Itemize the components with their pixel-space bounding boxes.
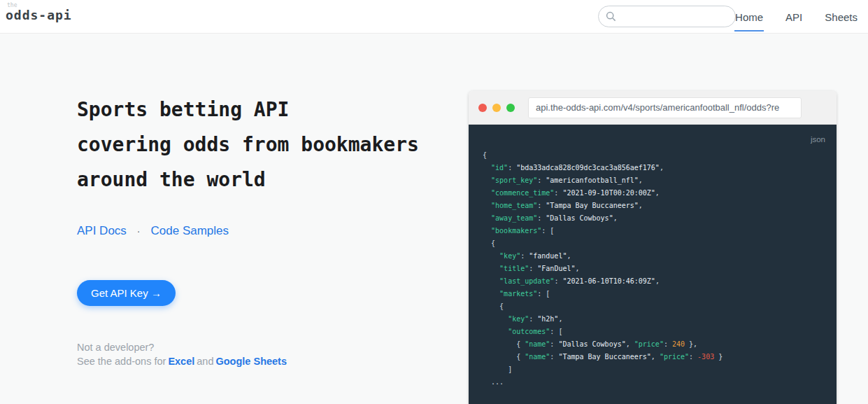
code-line: "key": "h2h",	[483, 313, 825, 326]
code-line: "id": "bda33adca828c09dc3cac3a856aef176"…	[483, 162, 825, 174]
minimize-window-icon	[492, 104, 501, 112]
top-navbar: the odds-api Home API Sheets	[0, 0, 868, 34]
api-url-text: api.the-odds-api.com/v4/sports/americanf…	[536, 102, 779, 113]
code-line: "bookmakers": [	[483, 225, 825, 237]
code-preview-window: api.the-odds-api.com/v4/sports/americanf…	[469, 91, 837, 404]
excel-link[interactable]: Excel	[168, 356, 194, 367]
logo-text: odds-api	[6, 8, 72, 22]
code-line: {	[483, 149, 825, 162]
code-line: "sport_key": "americanfootball_nfl",	[483, 174, 825, 187]
window-controls	[478, 104, 515, 112]
code-line: {	[483, 237, 825, 250]
main-nav: Home API Sheets	[734, 0, 858, 34]
nav-link-api[interactable]: API	[785, 2, 803, 32]
page-title-line-2: covering odds from bookmakers	[77, 127, 419, 162]
not-developer-line: Not a developer?	[77, 341, 289, 355]
link-separator: ·	[137, 225, 141, 237]
get-api-key-button[interactable]: Get API Key →	[77, 280, 176, 306]
addons-prefix: See the add-ons for	[77, 356, 166, 367]
url-bar: api.the-odds-api.com/v4/sports/americanf…	[528, 97, 802, 118]
nav-link-home[interactable]: Home	[734, 2, 764, 32]
code-line: "last_update": "2021-06-10T10:46:09Z",	[483, 275, 825, 288]
maximize-window-icon	[506, 104, 515, 112]
code-line: "home_team": "Tampa Bay Buccaneers",	[483, 200, 825, 212]
page-title-line-1: Sports betting API	[77, 92, 419, 127]
code-block: json { "id": "bda33adca828c09dc3cac3a856…	[469, 125, 837, 404]
code-line: "commence_time": "2021-09-10T00:20:00Z",	[483, 187, 825, 200]
and-word: and	[197, 356, 213, 367]
code-line: { "name": "Tampa Bay Buccaneers", "price…	[483, 351, 825, 363]
page-title: Sports betting API covering odds from bo…	[77, 92, 419, 197]
search-icon	[606, 11, 616, 22]
code-line: ]	[483, 363, 825, 376]
page-title-line-3: around the world	[77, 162, 419, 197]
api-docs-link[interactable]: API Docs	[77, 224, 127, 238]
code-line: "key": "fanduel",	[483, 250, 825, 263]
language-badge: json	[811, 133, 825, 146]
code-line: "away_team": "Dallas Cowboys",	[483, 212, 825, 225]
code-line: { "name": "Dallas Cowboys", "price": 240…	[483, 338, 825, 351]
code-line: {	[483, 300, 825, 313]
window-titlebar: api.the-odds-api.com/v4/sports/americanf…	[469, 91, 837, 125]
page: the odds-api Home API Sheets Sports bett…	[0, 0, 868, 404]
search-box[interactable]	[598, 6, 736, 27]
addons-line: See the add-ons forExcelandGoogle Sheets	[77, 355, 289, 369]
code-line: "title": "FanDuel",	[483, 263, 825, 275]
code-line: ...	[483, 376, 825, 389]
nav-link-sheets[interactable]: Sheets	[824, 2, 858, 32]
search-input[interactable]	[620, 11, 744, 22]
close-window-icon	[478, 104, 487, 112]
logo[interactable]: the odds-api	[6, 2, 72, 22]
code-samples-link[interactable]: Code Samples	[151, 224, 229, 238]
code-line: "markets": [	[483, 288, 825, 300]
doc-links-row: API Docs · Code Samples	[77, 224, 229, 238]
code-line: "outcomes": [	[483, 326, 825, 338]
not-developer-text: Not a developer? See the add-ons forExce…	[77, 341, 289, 368]
google-sheets-link[interactable]: Google Sheets	[215, 356, 287, 367]
